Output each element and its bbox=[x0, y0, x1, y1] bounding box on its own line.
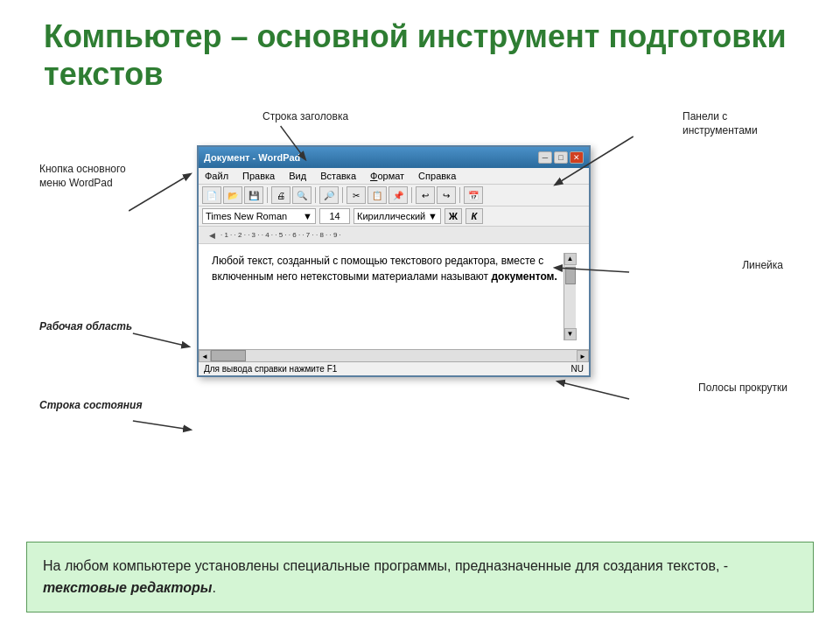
menu-insert[interactable]: Вставка bbox=[318, 170, 359, 182]
tb-sep2 bbox=[315, 187, 316, 203]
menu-view[interactable]: Вид bbox=[286, 170, 309, 182]
script-dropdown-arrow: ▼ bbox=[428, 211, 438, 221]
tb-save[interactable]: 💾 bbox=[244, 186, 263, 204]
tb-date[interactable]: 📅 bbox=[464, 186, 483, 204]
tb-sep3 bbox=[342, 187, 343, 203]
scroll-thumb[interactable] bbox=[565, 267, 576, 284]
hscroll-track bbox=[211, 350, 577, 361]
font-dropdown-arrow: ▼ bbox=[303, 211, 312, 221]
label-polosy: Полосы прокрутки bbox=[698, 382, 788, 396]
scroll-up-button[interactable]: ▲ bbox=[564, 253, 577, 265]
label-lineika: Линейка bbox=[742, 259, 783, 273]
tb-sep1 bbox=[267, 187, 268, 203]
svg-line-2 bbox=[129, 174, 190, 211]
info-text-end: . bbox=[212, 580, 215, 595]
scrollbar-vertical[interactable]: ▲ ▼ bbox=[564, 253, 576, 340]
font-size-value: 14 bbox=[329, 211, 340, 221]
tb-preview[interactable]: 🔍 bbox=[292, 186, 312, 204]
tb-print[interactable]: 🖨 bbox=[271, 186, 290, 204]
document-text[interactable]: Любой текст, созданный с помощью текстов… bbox=[212, 253, 564, 340]
menu-edit[interactable]: Правка bbox=[240, 170, 277, 182]
font-select[interactable]: Times New Roman ▼ bbox=[202, 208, 316, 224]
document-area: Любой текст, созданный с помощью текстов… bbox=[199, 244, 589, 349]
menu-help[interactable]: Справка bbox=[416, 170, 458, 182]
scrollbar-horizontal[interactable]: ◄ ► bbox=[199, 349, 589, 361]
svg-line-4 bbox=[133, 333, 189, 346]
label-rabochaya: Рабочая область bbox=[39, 320, 132, 334]
tb-redo[interactable]: ↪ bbox=[437, 186, 456, 204]
window-controls: ─ □ ✕ bbox=[538, 151, 584, 164]
tb-cut[interactable]: ✂ bbox=[346, 186, 366, 204]
scroll-left-button[interactable]: ◄ bbox=[199, 350, 211, 362]
window-title: Документ - WordPad bbox=[204, 152, 300, 163]
script-value: Кириллический bbox=[357, 211, 425, 221]
italic-button[interactable]: К bbox=[466, 208, 483, 224]
ruler: ◀ · 1 · · 2 · · 3 · · 4 · · 5 · · 6 · · … bbox=[199, 227, 589, 244]
tb-new[interactable]: 📄 bbox=[202, 186, 221, 204]
tb-find[interactable]: 🔎 bbox=[319, 186, 339, 204]
svg-line-5 bbox=[133, 421, 191, 430]
tb-undo[interactable]: ↩ bbox=[416, 186, 435, 204]
tb-copy[interactable]: 📋 bbox=[368, 186, 387, 204]
font-size-select[interactable]: 14 bbox=[319, 208, 350, 224]
scroll-down-button[interactable]: ▼ bbox=[564, 328, 577, 340]
page-title: Компьютер – основной инструмент подготов… bbox=[44, 18, 814, 93]
window-titlebar: Документ - WordPad ─ □ ✕ bbox=[199, 147, 589, 168]
statusbar-mode: NU bbox=[571, 364, 584, 374]
script-select[interactable]: Кириллический ▼ bbox=[354, 208, 441, 224]
menu-format[interactable]: Формат bbox=[368, 170, 407, 182]
wordpad-window: Документ - WordPad ─ □ ✕ Файл Правка Вид… bbox=[197, 145, 591, 377]
tb-sep5 bbox=[459, 187, 460, 203]
statusbar: Для вывода справки нажмите F1 NU bbox=[199, 361, 589, 375]
label-paneli: Панели с инструментами bbox=[682, 110, 788, 137]
toolbar: 📄 📂 💾 🖨 🔍 🔎 ✂ 📋 📌 ↩ ↪ 📅 bbox=[199, 185, 589, 206]
bold-button[interactable]: Ж bbox=[444, 208, 462, 224]
info-text-normal: На любом компьютере установлены специаль… bbox=[43, 558, 728, 573]
menubar: Файл Правка Вид Вставка Формат Справка bbox=[199, 168, 589, 185]
scroll-right-button[interactable]: ► bbox=[577, 350, 589, 362]
tb-sep4 bbox=[411, 187, 412, 203]
label-stroka-sostoyaniya: Строка состояния bbox=[39, 399, 142, 413]
tb-open[interactable]: 📂 bbox=[223, 186, 242, 204]
minimize-button[interactable]: ─ bbox=[538, 151, 552, 164]
info-box: На любом компьютере установлены специаль… bbox=[26, 542, 814, 612]
statusbar-text: Для вывода справки нажмите F1 bbox=[204, 364, 337, 374]
close-button[interactable]: ✕ bbox=[570, 151, 584, 164]
ruler-content: ◀ · 1 · · 2 · · 3 · · 4 · · 5 · · 6 · · … bbox=[200, 231, 587, 239]
maximize-button[interactable]: □ bbox=[554, 151, 568, 164]
svg-line-6 bbox=[558, 382, 630, 399]
formatting-toolbar: Times New Roman ▼ 14 Кириллический ▼ Ж К bbox=[199, 206, 589, 227]
font-name-value: Times New Roman bbox=[206, 211, 287, 221]
menu-file[interactable]: Файл bbox=[202, 170, 231, 182]
info-text-bold-italic: текстовые редакторы bbox=[43, 580, 212, 595]
tb-paste[interactable]: 📌 bbox=[388, 186, 408, 204]
label-knopka: Кнопка основного меню WordPad bbox=[39, 163, 136, 190]
